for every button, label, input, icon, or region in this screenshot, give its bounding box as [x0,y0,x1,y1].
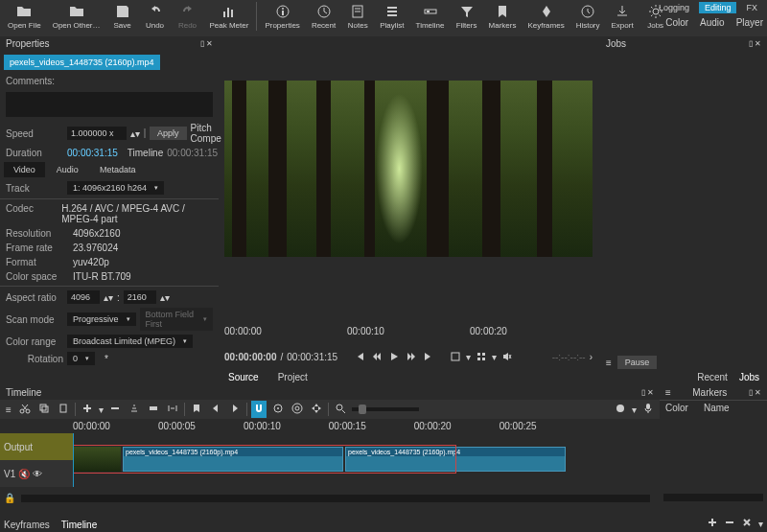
recent-button[interactable]: Recent [308,2,339,32]
skip-end-icon[interactable] [422,350,435,363]
panel-controls[interactable]: ▯ ✕ [200,39,213,48]
jobs-panel-controls[interactable]: ▯ ✕ [749,39,761,48]
export-button[interactable]: Export [608,2,638,32]
tab-jobs[interactable]: Jobs [739,372,759,382]
tab-fx[interactable]: FX [740,2,763,13]
next-marker-icon[interactable] [227,401,243,418]
properties-button[interactable]: Properties [261,2,303,32]
add-icon[interactable] [80,401,95,418]
tab-project[interactable]: Project [274,370,312,384]
clip-name-label[interactable]: pexels_videos_1448735 (2160p).mp4 [4,55,160,70]
paste-icon[interactable] [56,401,71,418]
filters-button[interactable]: Filters [453,2,481,32]
track-dropdown[interactable]: 1: 4096x2160 h264 [67,181,164,195]
playlist-button[interactable]: Playlist [376,2,407,32]
current-timecode[interactable]: 00:00:00:00 [224,352,276,362]
marker-remove-tool[interactable] [724,517,735,530]
zoom-fit-icon[interactable] [449,350,462,363]
tab-audio-props[interactable]: Audio [47,162,88,177]
markers-name-col[interactable]: Name [704,403,730,413]
keyframes-button[interactable]: Keyframes [523,2,568,32]
tab-timeline-bottom[interactable]: Timeline [61,520,97,530]
notes-button[interactable]: Notes [343,2,372,32]
comments-input[interactable] [6,92,213,117]
player-ruler[interactable]: 00:00:0000:00:1000:00:20 [224,326,593,343]
markers-scrollbar[interactable] [663,494,763,501]
tab-audio[interactable]: Audio [700,17,725,28]
marker-add-tool[interactable] [707,517,718,530]
speed-checkbox[interactable] [144,128,146,138]
rotation-dropdown[interactable]: 0 [67,352,95,365]
markers-button[interactable]: Markers [485,2,521,32]
speed-stepper[interactable]: ▴▾ [130,128,140,139]
tab-metadata[interactable]: Metadata [90,162,146,177]
tab-player[interactable]: Player [736,17,763,28]
video-preview[interactable] [224,81,593,257]
aspect-h-stepper[interactable]: ▴▾ [160,292,170,303]
mute-track-icon[interactable]: 🔇 [18,469,30,479]
speed-input[interactable] [67,127,127,140]
svg-rect-18 [477,353,480,356]
tab-keyframes-bottom[interactable]: Keyframes [4,520,50,530]
colorrange-dropdown[interactable]: Broadcast Limited (MPEG) [67,335,193,348]
apply-button[interactable]: Apply [150,127,187,140]
tab-editing[interactable]: Editing [699,2,737,13]
scrub-icon[interactable] [270,401,286,418]
save-button[interactable]: Save [108,2,137,32]
grid-icon[interactable] [475,350,488,363]
tab-video[interactable]: Video [4,162,45,177]
markers-panel-controls[interactable]: ▯ ✕ [749,388,761,397]
mute-icon[interactable] [500,350,514,363]
split-icon[interactable] [165,401,180,418]
ripple-all-icon[interactable] [309,401,324,418]
zoom-timecode: --:--:--:-- [552,352,586,362]
track-head-v1[interactable]: V1 🔇 👁 [0,460,73,487]
track-lock-icon[interactable]: 🔒 [4,493,15,503]
chevron-right-icon[interactable]: › [590,352,593,362]
snap-icon[interactable] [251,401,267,418]
history-button[interactable]: History [572,2,604,32]
overwrite-icon[interactable] [146,401,161,418]
jobs-menu-icon[interactable]: ≡ [606,358,612,368]
skip-start-icon[interactable] [353,350,366,363]
aspect-w-stepper[interactable]: ▴▾ [104,292,113,303]
pause-button[interactable]: Pause [617,356,658,369]
aspect-h-input[interactable] [124,290,156,304]
timeline-tracks[interactable]: pexels_videos_1448735 (2160p).mp4 pexels… [73,433,660,487]
timeline-scrollbar[interactable] [21,495,650,502]
timeline-panel-controls[interactable]: ▯ ✕ [641,388,654,397]
marker-add-icon[interactable] [189,401,204,418]
timeline-ruler[interactable]: 00:00:0000:00:0500:00:1000:00:1500:00:20… [0,419,660,433]
zoom-in-icon[interactable] [333,401,348,418]
tab-color[interactable]: Color [665,17,688,28]
remove-icon[interactable] [107,401,123,418]
prev-marker-icon[interactable] [208,401,223,418]
zoom-slider[interactable] [352,407,419,411]
fastfwd-icon[interactable] [405,350,418,363]
tab-source[interactable]: Source [224,370,263,384]
peak-meter-button[interactable]: Peak Meter [206,2,253,32]
open-file-button[interactable]: Open File [4,2,45,32]
playhead[interactable] [73,433,74,487]
mic-icon[interactable] [640,401,656,418]
timeline-button[interactable]: Timeline [412,2,449,32]
undo-button[interactable]: Undo [141,2,170,32]
open-other-button[interactable]: Open Other… [49,2,105,32]
lift-icon[interactable] [127,401,142,418]
play-icon[interactable] [387,350,401,363]
tab-logging[interactable]: Logging [653,2,695,13]
redo-button[interactable]: Redo [174,2,202,32]
record-icon[interactable] [613,401,628,418]
lock-icon[interactable]: 👁 [33,469,42,479]
markers-color-col[interactable]: Color [665,403,704,413]
copy-icon[interactable] [36,401,52,418]
tl-menu-icon[interactable]: ≡ [4,403,13,417]
tab-recent[interactable]: Recent [697,372,728,382]
marker-clear-tool[interactable] [741,517,753,530]
ripple-icon[interactable] [290,401,305,418]
scanmode-dropdown[interactable]: Progressive [67,312,136,326]
aspect-w-input[interactable] [67,290,100,304]
cut-icon[interactable] [17,401,33,418]
rewind-icon[interactable] [370,350,384,363]
track-head-output[interactable]: Output [0,433,73,460]
